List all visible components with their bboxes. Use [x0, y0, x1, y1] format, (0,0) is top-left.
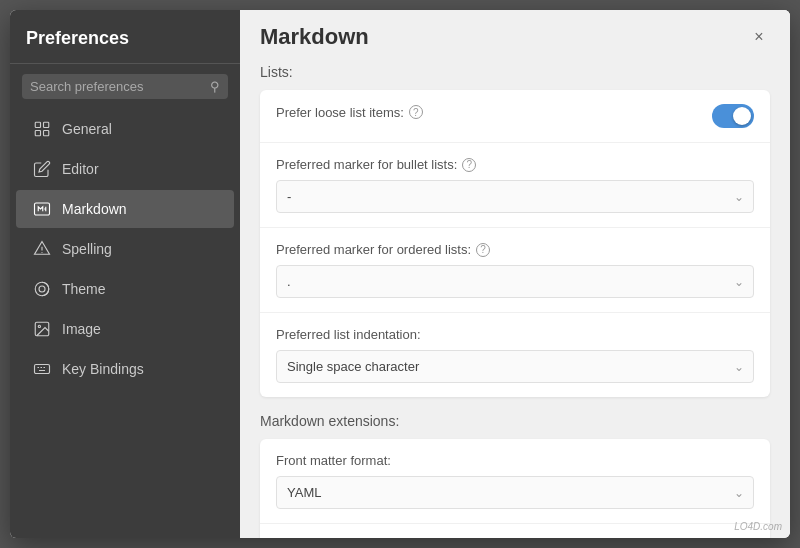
- svg-point-8: [38, 325, 40, 327]
- preferences-window: Preferences ⚲ General Editor Markdown: [10, 10, 790, 538]
- main-panel: Markdown × Lists: Prefer loose list item…: [240, 10, 790, 538]
- sidebar-title: Preferences: [10, 10, 240, 64]
- loose-list-toggle[interactable]: [712, 104, 754, 128]
- search-box[interactable]: ⚲: [22, 74, 228, 99]
- sidebar-item-editor-label: Editor: [62, 161, 99, 177]
- pandoc-row: Enable Pandoc-style superscript and subs…: [260, 524, 770, 538]
- sidebar-item-image-label: Image: [62, 321, 101, 337]
- markdown-icon: [32, 199, 52, 219]
- sidebar: Preferences ⚲ General Editor Markdown: [10, 10, 240, 538]
- bullet-marker-row: Preferred marker for bullet lists: ? - *…: [260, 143, 770, 228]
- front-matter-row: Front matter format: YAML TOML JSON ⌄: [260, 439, 770, 524]
- indentation-select[interactable]: Single space character Two spaces Four s…: [276, 350, 754, 383]
- sidebar-item-editor[interactable]: Editor: [16, 150, 234, 188]
- loose-list-label: Prefer loose list items: ?: [276, 105, 423, 120]
- extensions-section-label: Markdown extensions:: [260, 413, 770, 429]
- bullet-marker-select[interactable]: - * +: [276, 180, 754, 213]
- sidebar-item-theme[interactable]: Theme: [16, 270, 234, 308]
- sidebar-item-general[interactable]: General: [16, 110, 234, 148]
- sidebar-item-markdown-label: Markdown: [62, 201, 127, 217]
- svg-rect-1: [44, 122, 49, 127]
- theme-icon: [32, 279, 52, 299]
- watermark: LO4D.com: [734, 521, 782, 532]
- svg-point-6: [39, 286, 45, 292]
- loose-list-row: Prefer loose list items: ?: [260, 90, 770, 143]
- sidebar-item-spelling-label: Spelling: [62, 241, 112, 257]
- svg-rect-9: [35, 365, 50, 374]
- indentation-select-wrapper: Single space character Two spaces Four s…: [276, 350, 754, 383]
- search-input[interactable]: [30, 79, 206, 94]
- bullet-marker-label: Preferred marker for bullet lists: ?: [276, 157, 754, 172]
- sidebar-item-image[interactable]: Image: [16, 310, 234, 348]
- svg-rect-3: [44, 131, 49, 136]
- ordered-marker-label: Preferred marker for ordered lists: ?: [276, 242, 754, 257]
- sidebar-item-theme-label: Theme: [62, 281, 106, 297]
- ordered-marker-select[interactable]: . ): [276, 265, 754, 298]
- spelling-icon: [32, 239, 52, 259]
- lists-card: Prefer loose list items: ? Preferred mar…: [260, 90, 770, 397]
- ordered-marker-help-icon[interactable]: ?: [476, 243, 490, 257]
- front-matter-select[interactable]: YAML TOML JSON: [276, 476, 754, 509]
- main-header: Markdown ×: [240, 10, 790, 60]
- image-icon: [32, 319, 52, 339]
- front-matter-label: Front matter format:: [276, 453, 754, 468]
- keybindings-icon: [32, 359, 52, 379]
- close-button[interactable]: ×: [748, 26, 770, 48]
- main-content: Lists: Prefer loose list items: ?: [240, 60, 790, 538]
- front-matter-select-wrapper: YAML TOML JSON ⌄: [276, 476, 754, 509]
- edit-icon: [32, 159, 52, 179]
- indentation-row: Preferred list indentation: Single space…: [260, 313, 770, 397]
- ordered-marker-row: Preferred marker for ordered lists: ? . …: [260, 228, 770, 313]
- sidebar-item-general-label: General: [62, 121, 112, 137]
- ordered-marker-select-wrapper: . ) ⌄: [276, 265, 754, 298]
- svg-rect-2: [35, 131, 40, 136]
- bullet-marker-help-icon[interactable]: ?: [462, 158, 476, 172]
- bullet-marker-select-wrapper: - * + ⌄: [276, 180, 754, 213]
- extensions-card: Front matter format: YAML TOML JSON ⌄: [260, 439, 770, 538]
- sidebar-item-keybindings[interactable]: Key Bindings: [16, 350, 234, 388]
- grid-icon: [32, 119, 52, 139]
- sidebar-item-keybindings-label: Key Bindings: [62, 361, 144, 377]
- sidebar-item-markdown[interactable]: Markdown: [16, 190, 234, 228]
- page-title: Markdown: [260, 24, 369, 50]
- svg-rect-0: [35, 122, 40, 127]
- loose-list-help-icon[interactable]: ?: [409, 105, 423, 119]
- sidebar-item-spelling[interactable]: Spelling: [16, 230, 234, 268]
- search-icon: ⚲: [210, 79, 220, 94]
- lists-section-label: Lists:: [260, 64, 770, 80]
- svg-rect-4: [35, 203, 50, 215]
- indentation-label: Preferred list indentation:: [276, 327, 754, 342]
